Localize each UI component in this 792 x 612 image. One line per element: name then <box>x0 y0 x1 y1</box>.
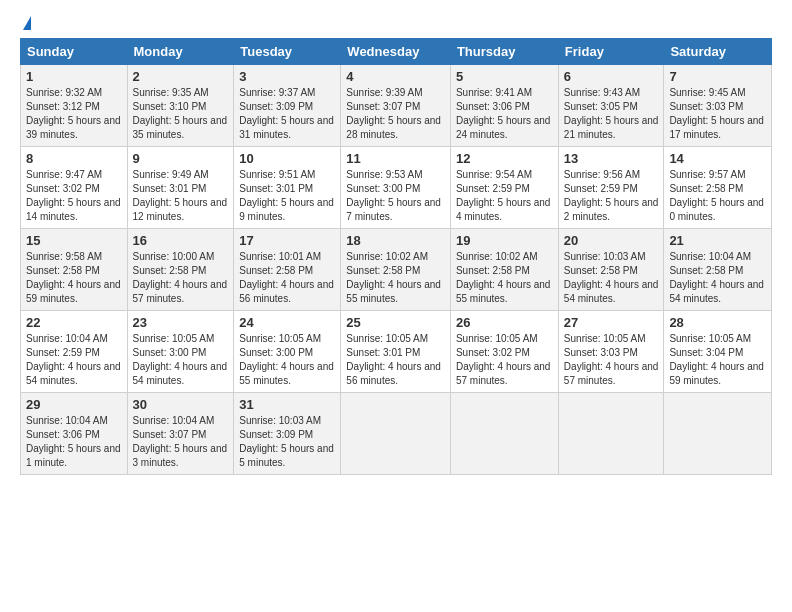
calendar-cell: 13Sunrise: 9:56 AMSunset: 2:59 PMDayligh… <box>558 147 664 229</box>
day-number: 8 <box>26 151 122 166</box>
sunrise-text: Sunrise: 9:43 AMSunset: 3:05 PMDaylight:… <box>564 87 659 140</box>
calendar-table: SundayMondayTuesdayWednesdayThursdayFrid… <box>20 38 772 475</box>
day-number: 16 <box>133 233 229 248</box>
sunrise-text: Sunrise: 10:04 AMSunset: 3:07 PMDaylight… <box>133 415 228 468</box>
calendar-cell: 2Sunrise: 9:35 AMSunset: 3:10 PMDaylight… <box>127 65 234 147</box>
day-number: 6 <box>564 69 659 84</box>
sunrise-text: Sunrise: 10:05 AMSunset: 3:00 PMDaylight… <box>133 333 228 386</box>
calendar-cell: 4Sunrise: 9:39 AMSunset: 3:07 PMDaylight… <box>341 65 451 147</box>
header <box>20 16 772 30</box>
day-number: 26 <box>456 315 553 330</box>
calendar-cell: 20Sunrise: 10:03 AMSunset: 2:58 PMDaylig… <box>558 229 664 311</box>
sunrise-text: Sunrise: 9:45 AMSunset: 3:03 PMDaylight:… <box>669 87 764 140</box>
calendar-week-row: 15Sunrise: 9:58 AMSunset: 2:58 PMDayligh… <box>21 229 772 311</box>
sunrise-text: Sunrise: 9:41 AMSunset: 3:06 PMDaylight:… <box>456 87 551 140</box>
calendar-cell: 7Sunrise: 9:45 AMSunset: 3:03 PMDaylight… <box>664 65 772 147</box>
calendar-cell: 28Sunrise: 10:05 AMSunset: 3:04 PMDaylig… <box>664 311 772 393</box>
day-number: 15 <box>26 233 122 248</box>
calendar-cell: 11Sunrise: 9:53 AMSunset: 3:00 PMDayligh… <box>341 147 451 229</box>
day-number: 7 <box>669 69 766 84</box>
header-cell-thursday: Thursday <box>450 39 558 65</box>
day-number: 2 <box>133 69 229 84</box>
calendar-week-row: 1Sunrise: 9:32 AMSunset: 3:12 PMDaylight… <box>21 65 772 147</box>
day-number: 27 <box>564 315 659 330</box>
header-cell-monday: Monday <box>127 39 234 65</box>
day-number: 10 <box>239 151 335 166</box>
calendar-cell: 21Sunrise: 10:04 AMSunset: 2:58 PMDaylig… <box>664 229 772 311</box>
calendar-cell: 14Sunrise: 9:57 AMSunset: 2:58 PMDayligh… <box>664 147 772 229</box>
calendar-cell: 27Sunrise: 10:05 AMSunset: 3:03 PMDaylig… <box>558 311 664 393</box>
header-row: SundayMondayTuesdayWednesdayThursdayFrid… <box>21 39 772 65</box>
sunrise-text: Sunrise: 9:39 AMSunset: 3:07 PMDaylight:… <box>346 87 441 140</box>
calendar-cell: 23Sunrise: 10:05 AMSunset: 3:00 PMDaylig… <box>127 311 234 393</box>
day-number: 17 <box>239 233 335 248</box>
day-number: 4 <box>346 69 445 84</box>
calendar-week-row: 29Sunrise: 10:04 AMSunset: 3:06 PMDaylig… <box>21 393 772 475</box>
logo <box>20 16 31 30</box>
sunrise-text: Sunrise: 10:05 AMSunset: 3:01 PMDaylight… <box>346 333 441 386</box>
day-number: 21 <box>669 233 766 248</box>
sunrise-text: Sunrise: 9:37 AMSunset: 3:09 PMDaylight:… <box>239 87 334 140</box>
calendar-cell: 24Sunrise: 10:05 AMSunset: 3:00 PMDaylig… <box>234 311 341 393</box>
calendar-week-row: 8Sunrise: 9:47 AMSunset: 3:02 PMDaylight… <box>21 147 772 229</box>
sunrise-text: Sunrise: 9:47 AMSunset: 3:02 PMDaylight:… <box>26 169 121 222</box>
calendar-cell: 30Sunrise: 10:04 AMSunset: 3:07 PMDaylig… <box>127 393 234 475</box>
sunrise-text: Sunrise: 9:49 AMSunset: 3:01 PMDaylight:… <box>133 169 228 222</box>
day-number: 3 <box>239 69 335 84</box>
sunrise-text: Sunrise: 9:35 AMSunset: 3:10 PMDaylight:… <box>133 87 228 140</box>
calendar-cell: 18Sunrise: 10:02 AMSunset: 2:58 PMDaylig… <box>341 229 451 311</box>
day-number: 23 <box>133 315 229 330</box>
day-number: 11 <box>346 151 445 166</box>
calendar-cell: 10Sunrise: 9:51 AMSunset: 3:01 PMDayligh… <box>234 147 341 229</box>
calendar-cell: 5Sunrise: 9:41 AMSunset: 3:06 PMDaylight… <box>450 65 558 147</box>
day-number: 12 <box>456 151 553 166</box>
header-cell-tuesday: Tuesday <box>234 39 341 65</box>
sunrise-text: Sunrise: 10:05 AMSunset: 3:00 PMDaylight… <box>239 333 334 386</box>
calendar-cell: 19Sunrise: 10:02 AMSunset: 2:58 PMDaylig… <box>450 229 558 311</box>
day-number: 20 <box>564 233 659 248</box>
day-number: 18 <box>346 233 445 248</box>
sunrise-text: Sunrise: 10:01 AMSunset: 2:58 PMDaylight… <box>239 251 334 304</box>
sunrise-text: Sunrise: 10:05 AMSunset: 3:03 PMDaylight… <box>564 333 659 386</box>
calendar-week-row: 22Sunrise: 10:04 AMSunset: 2:59 PMDaylig… <box>21 311 772 393</box>
sunrise-text: Sunrise: 9:51 AMSunset: 3:01 PMDaylight:… <box>239 169 334 222</box>
sunrise-text: Sunrise: 10:04 AMSunset: 2:58 PMDaylight… <box>669 251 764 304</box>
sunrise-text: Sunrise: 10:02 AMSunset: 2:58 PMDaylight… <box>456 251 551 304</box>
sunrise-text: Sunrise: 9:53 AMSunset: 3:00 PMDaylight:… <box>346 169 441 222</box>
sunrise-text: Sunrise: 9:57 AMSunset: 2:58 PMDaylight:… <box>669 169 764 222</box>
sunrise-text: Sunrise: 10:04 AMSunset: 3:06 PMDaylight… <box>26 415 121 468</box>
sunrise-text: Sunrise: 10:00 AMSunset: 2:58 PMDaylight… <box>133 251 228 304</box>
calendar-cell <box>341 393 451 475</box>
day-number: 13 <box>564 151 659 166</box>
day-number: 28 <box>669 315 766 330</box>
calendar-cell: 25Sunrise: 10:05 AMSunset: 3:01 PMDaylig… <box>341 311 451 393</box>
calendar-cell: 29Sunrise: 10:04 AMSunset: 3:06 PMDaylig… <box>21 393 128 475</box>
day-number: 30 <box>133 397 229 412</box>
calendar-cell: 3Sunrise: 9:37 AMSunset: 3:09 PMDaylight… <box>234 65 341 147</box>
calendar-cell: 8Sunrise: 9:47 AMSunset: 3:02 PMDaylight… <box>21 147 128 229</box>
calendar-cell: 16Sunrise: 10:00 AMSunset: 2:58 PMDaylig… <box>127 229 234 311</box>
calendar-cell <box>664 393 772 475</box>
sunrise-text: Sunrise: 9:58 AMSunset: 2:58 PMDaylight:… <box>26 251 121 304</box>
day-number: 1 <box>26 69 122 84</box>
sunrise-text: Sunrise: 10:05 AMSunset: 3:02 PMDaylight… <box>456 333 551 386</box>
sunrise-text: Sunrise: 9:54 AMSunset: 2:59 PMDaylight:… <box>456 169 551 222</box>
day-number: 9 <box>133 151 229 166</box>
day-number: 31 <box>239 397 335 412</box>
calendar-cell <box>450 393 558 475</box>
sunrise-text: Sunrise: 10:03 AMSunset: 2:58 PMDaylight… <box>564 251 659 304</box>
day-number: 22 <box>26 315 122 330</box>
sunrise-text: Sunrise: 9:32 AMSunset: 3:12 PMDaylight:… <box>26 87 121 140</box>
sunrise-text: Sunrise: 10:04 AMSunset: 2:59 PMDaylight… <box>26 333 121 386</box>
day-number: 5 <box>456 69 553 84</box>
day-number: 25 <box>346 315 445 330</box>
header-cell-saturday: Saturday <box>664 39 772 65</box>
calendar-cell: 9Sunrise: 9:49 AMSunset: 3:01 PMDaylight… <box>127 147 234 229</box>
day-number: 14 <box>669 151 766 166</box>
header-cell-friday: Friday <box>558 39 664 65</box>
header-cell-sunday: Sunday <box>21 39 128 65</box>
calendar-cell: 1Sunrise: 9:32 AMSunset: 3:12 PMDaylight… <box>21 65 128 147</box>
calendar-cell: 15Sunrise: 9:58 AMSunset: 2:58 PMDayligh… <box>21 229 128 311</box>
day-number: 19 <box>456 233 553 248</box>
calendar-cell <box>558 393 664 475</box>
